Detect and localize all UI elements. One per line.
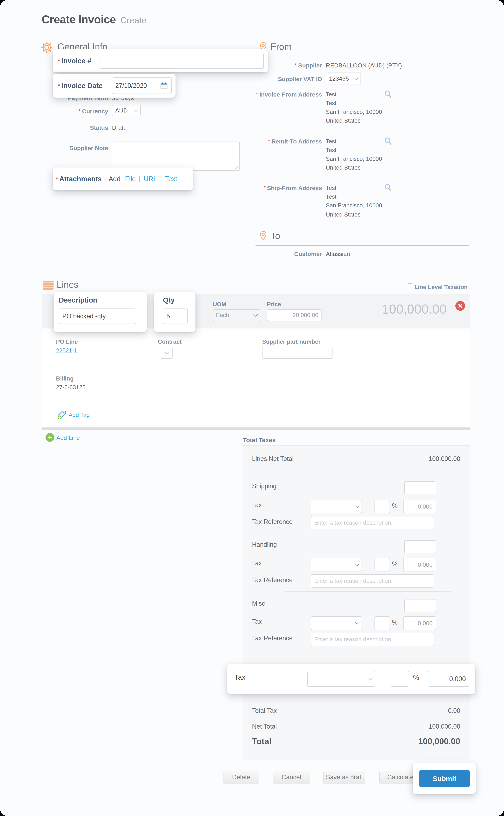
qty-callout: Qty <box>154 292 195 332</box>
invoice-date-value: 27/10/2020 <box>115 82 147 89</box>
total-tax-label: Total Tax <box>252 707 277 714</box>
misc-amount-input[interactable] <box>404 599 436 612</box>
add-line-icon[interactable] <box>45 433 54 442</box>
tax-select[interactable] <box>307 671 375 687</box>
remit-to-address-label: *Remit-To Address <box>255 138 322 145</box>
handling-amount-input[interactable] <box>404 540 436 553</box>
required-asterisk: * <box>256 91 258 97</box>
percent-sign: % <box>392 502 398 509</box>
create-invoice-page: Create Invoice Create General Info From … <box>0 0 504 816</box>
shipping-label: Shipping <box>252 482 277 490</box>
total-value: 100,000.00 <box>350 737 460 746</box>
total-taxes-title: Total Taxes <box>243 437 313 444</box>
tax-label: Tax <box>252 618 262 626</box>
tax-label: Tax <box>235 674 245 681</box>
description-callout: Description <box>54 292 147 332</box>
misc-tax-amount-input[interactable] <box>403 616 436 630</box>
handling-label: Handling <box>252 541 277 548</box>
supplier-vat-select[interactable]: 123455 <box>326 72 361 84</box>
description-input[interactable] <box>59 309 136 324</box>
supplier-note-textarea[interactable] <box>112 141 240 170</box>
from-section-title: From <box>271 41 292 52</box>
textarea-resize-handle[interactable] <box>234 165 238 169</box>
tax-amount-input[interactable] <box>428 671 469 687</box>
handling-tax-percent-input[interactable] <box>375 558 390 571</box>
address-line: Test <box>326 147 337 153</box>
invoice-from-address-label: *Invoice-From Address <box>255 91 322 98</box>
address-line: Test <box>326 91 337 98</box>
chevron-down-icon <box>164 350 169 354</box>
attachments-add-url-link[interactable]: URL <box>144 175 157 183</box>
percent-sign: % <box>413 674 419 682</box>
calendar-icon[interactable] <box>160 81 168 90</box>
lines-net-total-value: 100,000.00 <box>367 455 460 462</box>
price-input[interactable] <box>267 309 322 321</box>
add-line-link[interactable]: Add Line <box>56 434 80 441</box>
page-title: Create Invoice <box>42 13 116 26</box>
cancel-button[interactable]: Cancel <box>273 771 310 784</box>
delete-line-icon[interactable] <box>455 301 465 311</box>
chevron-down-icon <box>134 107 138 112</box>
supplier-part-number-label: Supplier part number <box>262 339 336 345</box>
lines-table-footer-strip <box>42 428 470 430</box>
totals-divider <box>285 533 451 533</box>
to-section-title: To <box>271 231 280 241</box>
handling-tax-reference-input[interactable] <box>311 574 434 587</box>
shipping-amount-input[interactable] <box>404 481 436 494</box>
required-asterisk: * <box>79 108 81 114</box>
chevron-down-icon <box>368 676 373 680</box>
shipping-tax-percent-input[interactable] <box>375 500 390 513</box>
attachments-add-text-link[interactable]: Text <box>165 175 177 183</box>
add-tag-icon[interactable] <box>57 410 67 419</box>
search-icon[interactable] <box>384 90 392 98</box>
invoice-number-input[interactable] <box>100 53 264 69</box>
handling-tax-select[interactable] <box>311 558 362 571</box>
tax-percent-input[interactable] <box>391 671 409 687</box>
search-icon[interactable] <box>384 137 392 145</box>
handling-tax-amount-input[interactable] <box>403 558 436 571</box>
misc-tax-reference-input[interactable] <box>311 633 434 646</box>
totals-divider <box>285 591 451 592</box>
po-line-link[interactable]: 22521-1 <box>56 347 77 354</box>
supplier-label: *Supplier <box>255 62 322 69</box>
qty-input[interactable] <box>163 309 188 324</box>
submit-button[interactable]: Submit <box>419 770 470 787</box>
chevron-down-icon <box>354 75 358 80</box>
currency-select[interactable]: AUD <box>112 105 141 116</box>
total-tax-value: 0.00 <box>367 707 460 714</box>
misc-label: Misc <box>252 600 265 607</box>
shipping-tax-reference-input[interactable] <box>311 516 434 529</box>
tax-label: Tax <box>252 559 262 567</box>
line-total-amount: 100,000.00 <box>350 302 447 317</box>
contract-select[interactable] <box>161 347 173 359</box>
invoice-date-label: *Invoice Date <box>58 82 103 90</box>
tax-reference-label: Tax Reference <box>252 518 293 525</box>
supplier-value: REDBALLOON (AUD) (PTY) <box>326 62 402 69</box>
status-value: Draft <box>112 124 125 131</box>
shipping-tax-amount-input[interactable] <box>403 500 436 513</box>
attachments-add-file-link[interactable]: File <box>125 175 136 183</box>
chevron-down-icon <box>253 312 258 317</box>
search-icon[interactable] <box>384 183 392 192</box>
save-as-draft-button[interactable]: Save as draft <box>323 771 365 784</box>
address-line: San Francisco, 10000 <box>326 155 382 162</box>
line-level-taxation-checkbox[interactable] <box>407 284 413 289</box>
tax-reference-label: Tax Reference <box>252 635 293 642</box>
required-asterisk: * <box>268 138 270 144</box>
misc-tax-select[interactable] <box>311 616 362 630</box>
total-label: Total <box>252 737 271 746</box>
attachments-label: *Attachments <box>56 175 102 183</box>
invoice-date-input[interactable]: 27/10/2020 <box>112 77 172 94</box>
invoice-number-label: *Invoice # <box>58 57 91 65</box>
supplier-part-number-input[interactable] <box>262 347 333 359</box>
delete-button[interactable]: Delete <box>223 771 259 784</box>
uom-select[interactable]: Each <box>213 309 260 321</box>
required-asterisk: * <box>295 62 297 68</box>
add-tag-link[interactable]: Add Tag <box>69 412 90 418</box>
supplier-vat-label: Supplier VAT ID <box>255 76 322 82</box>
supplier-vat-value: 123455 <box>329 75 349 82</box>
customer-value: Atlassian <box>326 251 350 257</box>
shipping-tax-select[interactable] <box>311 500 362 513</box>
map-pin-icon <box>258 230 268 242</box>
misc-tax-percent-input[interactable] <box>375 616 390 630</box>
